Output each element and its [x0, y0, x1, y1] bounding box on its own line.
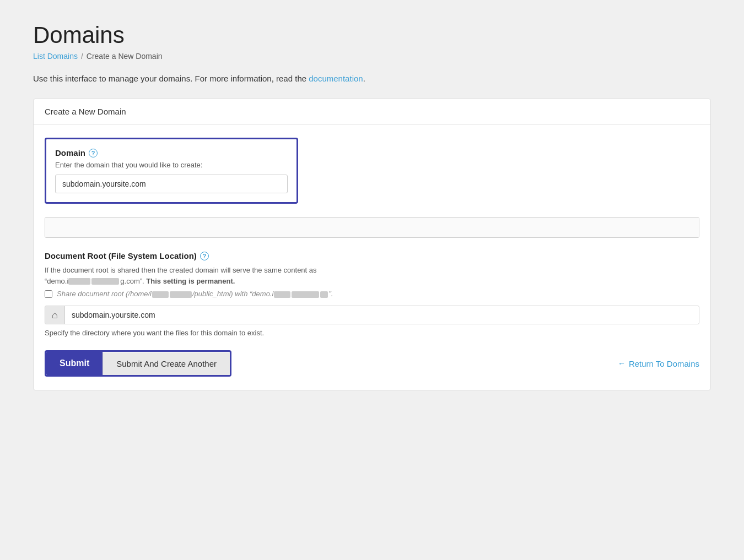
breadcrumb: List Domains / Create a New Domain [33, 52, 711, 61]
submit-button[interactable]: Submit [46, 352, 103, 375]
description-text-post: . [363, 74, 365, 83]
submit-and-create-another-button[interactable]: Submit And Create Another [103, 352, 230, 375]
share-doc-root-row: Share document root (/home/i/public_html… [45, 290, 699, 298]
domain-input[interactable] [55, 175, 288, 193]
footer-actions: Submit Submit And Create Another ← Retur… [45, 350, 699, 377]
card-header: Create a New Domain [34, 99, 710, 124]
domain-label-text: Domain [55, 148, 85, 157]
domain-input-full[interactable] [45, 218, 699, 237]
doc-root-permanent: This setting is permanent. [146, 277, 235, 285]
redacted-6 [292, 291, 319, 298]
doc-root-help-icon[interactable]: ? [200, 252, 209, 260]
submit-button-group: Submit Submit And Create Another [45, 350, 231, 377]
domain-field-group: Domain ? Enter the domain that you would… [45, 138, 298, 204]
share-doc-root-label: Share document root (/home/i/public_html… [57, 290, 333, 298]
domain-label: Domain ? [55, 148, 288, 157]
doc-root-desc-pre: If the document root is shared then the … [45, 266, 317, 274]
redacted-2 [91, 278, 119, 285]
doc-root-description: If the document root is shared then the … [45, 265, 699, 286]
doc-root-input-wrapper: ⌂ [45, 306, 699, 324]
share-doc-root-checkbox[interactable] [45, 290, 52, 298]
breadcrumb-list-domains[interactable]: List Domains [33, 52, 78, 61]
return-to-domains-link[interactable]: ← Return To Domains [618, 359, 699, 368]
card-body: Domain ? Enter the domain that you would… [34, 124, 710, 390]
doc-root-section: Document Root (File System Location) ? I… [45, 251, 699, 337]
redacted-4 [170, 291, 192, 298]
dir-hint: Specify the directory where you want the… [45, 329, 699, 337]
breadcrumb-separator: / [81, 52, 83, 61]
domain-help-icon[interactable]: ? [89, 149, 98, 157]
page-description: Use this interface to manage your domain… [33, 74, 711, 83]
page-title: Domains [33, 22, 711, 48]
breadcrumb-current: Create a New Domain [87, 52, 163, 61]
home-icon: ⌂ [45, 306, 65, 324]
redacted-3 [152, 291, 169, 298]
create-domain-card: Create a New Domain Domain ? Enter the d… [33, 99, 711, 390]
domain-description: Enter the domain that you would like to … [55, 161, 288, 169]
description-text-pre: Use this interface to manage your domain… [33, 74, 309, 83]
return-arrow-icon: ← [618, 359, 626, 368]
domain-input-full-wrapper [45, 217, 699, 238]
redacted-7 [320, 291, 328, 298]
documentation-link[interactable]: documentation [309, 74, 363, 83]
return-label: Return To Domains [629, 359, 699, 368]
doc-root-label-text: Document Root (File System Location) [45, 251, 197, 260]
doc-root-input[interactable] [65, 306, 699, 324]
doc-root-redacted-start: “demo.i [45, 277, 68, 285]
doc-root-label: Document Root (File System Location) ? [45, 251, 699, 260]
redacted-5 [274, 291, 290, 298]
redacted-1 [68, 278, 90, 285]
doc-root-redacted-end: g.com”. [120, 277, 144, 285]
